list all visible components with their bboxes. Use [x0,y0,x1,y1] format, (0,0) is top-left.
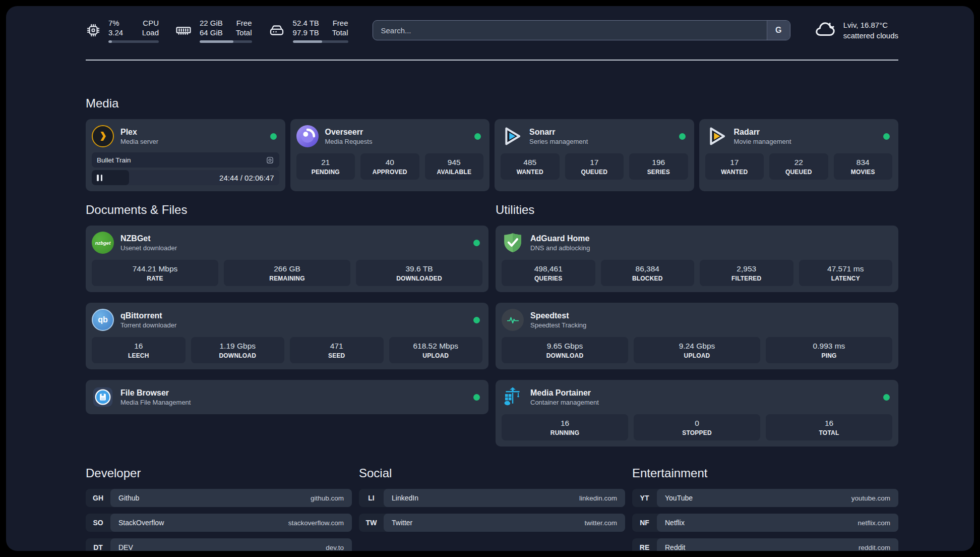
stat-value: 9.24 Gbps [636,342,758,351]
app-description: Torrent downloader [120,321,176,329]
bookmark-link[interactable]: LI LinkedIn linkedin.com [359,489,625,507]
stat-top-label: Free [332,18,348,28]
link-name: LinkedIn [392,494,418,502]
stat-bottom-label: Load [142,28,159,38]
app-card[interactable]: nzbget NZBGet Usenet downloader 744.21 M… [86,226,488,292]
app-card[interactable]: qb qBittorrent Torrent downloader 16 LEE… [86,303,488,369]
stat-box: 1.19 Gbps DOWNLOAD [191,337,285,363]
status-dot [473,394,480,401]
bookmark-link[interactable]: DT DEV dev.to [86,538,352,551]
ram-icon [175,22,192,39]
usage-bar [200,40,252,43]
link-sections: Developer GH Github github.com SO StackO… [86,466,898,551]
app-stats: 21 PENDING 40 APPROVED 945 AVAILABLE [296,153,484,180]
link-section: Social LI LinkedIn linkedin.com TW Twitt… [359,466,625,532]
status-dot [883,394,890,401]
stat-label: WANTED [503,169,558,176]
dashboard: 7% 3.24 CPU Load 22 GiB 64 GiB Free T [6,6,974,551]
stat-box: 498,461 QUERIES [502,260,595,286]
player-progress[interactable]: 24:44 / 02:06:47 [92,170,279,185]
cpu-icon [86,23,101,38]
section-title: Developer [86,466,352,481]
stat-bottom-label: Total [236,28,252,38]
app-card[interactable]: Plex Media server Bullet Train 24:44 / 0… [86,119,285,191]
stat-label: MOVIES [836,169,891,176]
bookmark-link[interactable]: TW Twitter twitter.com [359,514,625,532]
link-name: Netflix [665,519,685,527]
weather-condition: scattered clouds [843,30,898,41]
bookmark-link[interactable]: SO StackOverflow stackoverflow.com [86,514,352,532]
link-badge: GH [86,489,110,507]
top-bar: 7% 3.24 CPU Load 22 GiB 64 GiB Free T [86,14,898,46]
stat-box: 9.65 Gbps DOWNLOAD [502,337,628,363]
stat-box: 21 PENDING [296,153,355,180]
sonarr-icon [501,125,523,147]
section-media: Media Plex Media server Bullet Train 24:… [86,96,898,191]
session-icon[interactable] [266,156,274,164]
stat-label: TOTAL [768,429,890,436]
app-name: NZBGet [120,234,177,243]
portainer-icon [502,386,524,408]
documents-cards: nzbget NZBGet Usenet downloader 744.21 M… [86,226,488,414]
app-name: File Browser [120,388,191,398]
stat-label: LEECH [94,352,183,359]
app-card[interactable]: AdGuard Home DNS and adblocking 498,461 … [496,226,898,292]
app-description: Media File Management [120,399,191,406]
media-grid: Plex Media server Bullet Train 24:44 / 0… [86,119,898,191]
stat-top-value: 22 GiB [200,18,223,28]
radarr-icon [705,125,727,147]
status-dot [474,133,481,140]
status-dot [473,317,480,323]
link-badge: LI [359,489,384,507]
app-card[interactable]: Radarr Movie management 17 WANTED 22 QUE… [699,119,899,191]
stat-label: WANTED [707,169,762,176]
app-card[interactable]: Media Portainer Container management 16 … [496,380,898,447]
stat-label: PENDING [298,169,353,176]
stat-bottom-value: 64 GiB [200,28,223,38]
adguard-icon [502,232,524,254]
link-section: Developer GH Github github.com SO StackO… [86,466,352,551]
stat-value: 196 [631,158,686,167]
bookmark-link[interactable]: NF Netflix netflix.com [632,514,898,532]
middle-sections: Documents & Files nzbget NZBGet Usenet d… [86,202,898,447]
search-bar: G [373,20,790,40]
search-input[interactable] [373,20,790,40]
app-card[interactable]: Overseerr Media Requests 21 PENDING 40 A… [290,119,490,191]
stat-label: PING [768,352,890,359]
stat-label: QUERIES [504,275,593,282]
stat-label: FILTERED [702,275,791,282]
stat-value: 618.52 Mbps [391,342,481,351]
now-playing-bar: Bullet Train [92,152,279,168]
app-stats: 9.65 Gbps DOWNLOAD 9.24 Gbps UPLOAD 0.99… [502,337,892,363]
bookmark-link[interactable]: GH Github github.com [86,489,352,507]
app-description: Container management [530,399,599,406]
section-utilities: Utilities AdGuard Home DNS and adblockin… [496,202,898,447]
bookmark-link[interactable]: RE Reddit reddit.com [632,538,898,551]
playback-time: 24:44 / 02:06:47 [219,174,274,182]
bookmark-link[interactable]: YT YouTube youtube.com [632,489,898,507]
stat-box: 471 SEED [290,337,384,363]
search-engine-button[interactable]: G [767,21,790,40]
stat-bottom-value: 3.24 [108,28,123,38]
pause-icon[interactable] [97,175,102,181]
stat-value: 471 [292,342,382,351]
app-name: Sonarr [529,128,588,137]
stat-value: 744.21 Mbps [94,264,216,273]
link-badge: SO [86,514,110,532]
stat-box: 266 GB REMAINING [224,260,350,286]
link-url: dev.to [326,544,344,551]
link-name: StackOverflow [118,519,164,527]
link-url: twitter.com [584,519,617,527]
system-stat: 52.4 TB 97.9 TB Free Total [268,18,348,43]
stat-label: SEED [292,352,382,359]
stat-box: 17 QUEUED [565,153,624,180]
stat-label: APPROVED [362,169,417,176]
app-card[interactable]: Speedtest Speedtest Tracking 9.65 Gbps D… [496,303,898,369]
speedtest-icon [502,309,524,331]
app-stats: 744.21 Mbps RATE 266 GB REMAINING 39.6 T… [92,260,482,286]
app-name: Plex [120,128,158,137]
app-card[interactable]: File Browser Media File Management [86,380,488,414]
link-url: github.com [311,494,344,502]
app-card[interactable]: Sonarr Series management 485 WANTED 17 Q… [495,119,694,191]
stat-label: SERIES [631,169,686,176]
